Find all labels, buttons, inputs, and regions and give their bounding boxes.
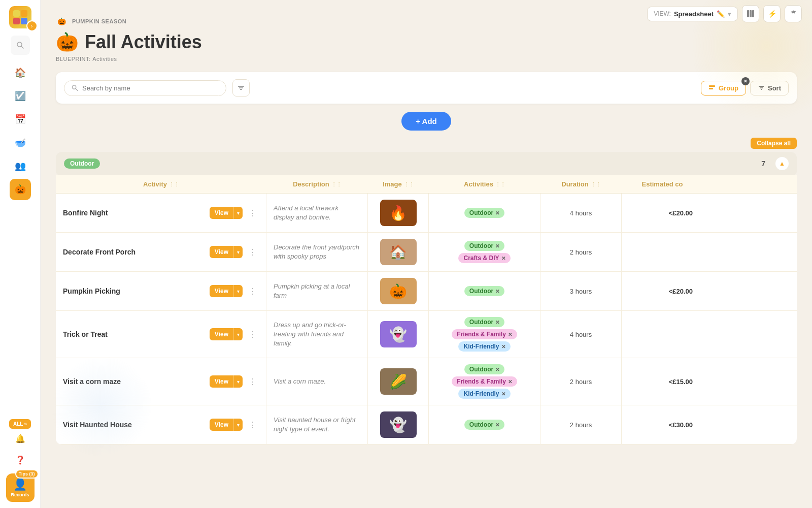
remove-tag-button[interactable]: ✕ — [495, 320, 499, 325]
records-button[interactable]: Tips (3) 👤 Records — [6, 473, 35, 502]
view-selector[interactable]: VIEW: Spreadsheet ✏️ ▾ — [647, 7, 738, 21]
view-dropdown-button[interactable]: ▾ — [233, 207, 243, 219]
columns-button[interactable] — [742, 5, 759, 22]
bell-button[interactable]: 🔔 — [11, 429, 30, 448]
activity-image: 👻 — [380, 411, 417, 438]
tag: Kid-Friendly✕ — [458, 389, 510, 399]
remove-tag-button[interactable]: ✕ — [495, 289, 499, 294]
description-cell: Visit haunted house or fright night type… — [266, 405, 368, 444]
sidebar-item-calendar[interactable]: 📅 — [10, 109, 31, 130]
remove-tag-button[interactable]: ✕ — [508, 332, 512, 337]
add-button[interactable]: + Add — [401, 112, 451, 131]
remove-tag-button[interactable]: ✕ — [501, 391, 505, 397]
search-button[interactable] — [11, 36, 30, 55]
group-chevron-button[interactable]: ▲ — [775, 157, 789, 170]
group-icon — [708, 84, 716, 91]
tag: Kid-Friendly✕ — [458, 341, 510, 352]
view-button[interactable]: View — [210, 285, 233, 297]
duration-cell: 2 hours — [540, 405, 622, 444]
sort-button[interactable]: Sort — [750, 81, 789, 96]
view-button[interactable]: View — [210, 207, 233, 219]
expand-sidebar-button[interactable]: › — [26, 20, 38, 31]
svg-rect-3 — [21, 18, 27, 24]
remove-tag-button[interactable]: ✕ — [495, 243, 499, 249]
group-button[interactable]: ✕ Group — [701, 81, 746, 96]
view-dropdown-button[interactable]: ▾ — [233, 285, 243, 297]
search-input[interactable] — [82, 84, 219, 92]
image-cell: 👻 — [368, 405, 429, 444]
activity-name: Visit Haunted House — [63, 421, 206, 429]
toolbar-right: ✕ Group Sort — [701, 81, 789, 96]
col-header-activities: Activities ⋮⋮ — [429, 180, 540, 188]
tag: Friends & Family✕ — [452, 376, 517, 387]
help-button[interactable]: ❓ — [11, 450, 30, 469]
table-row: Trick or Treat View ▾ ⋮ Dress up and go … — [56, 311, 797, 358]
sidebar-item-tasks[interactable]: ☑️ — [10, 85, 31, 107]
breadcrumb-icon: 🎃 — [56, 15, 68, 27]
sidebar-item-group[interactable]: 👥 — [10, 155, 31, 177]
view-btn-group: View ▾ — [210, 328, 243, 340]
remove-tag-button[interactable]: ✕ — [495, 210, 499, 216]
table-row: Bonfire Night View ▾ ⋮ Attend a local fi… — [56, 194, 797, 233]
tags-cell: Outdoor✕ — [429, 194, 540, 232]
sidebar-item-pumpkin[interactable]: 🎃 — [10, 179, 31, 200]
view-button[interactable]: View — [210, 375, 233, 388]
sidebar-item-bowl[interactable]: 🥣 — [10, 132, 31, 153]
cost-cell: <£20.00 — [622, 272, 703, 310]
activity-image: 🔥 — [380, 200, 417, 226]
row-menu-button[interactable]: ⋮ — [247, 328, 259, 341]
activity-image: 🏠 — [380, 239, 417, 265]
tag-label: Friends & Family — [457, 378, 506, 385]
remove-tag-button[interactable]: ✕ — [508, 379, 512, 385]
view-button[interactable]: View — [210, 246, 233, 258]
description-cell: Decorate the front yard/porch with spook… — [266, 233, 368, 271]
row-menu-button[interactable]: ⋮ — [247, 245, 259, 259]
remove-tag-button[interactable]: ✕ — [495, 422, 499, 428]
remove-tag-button[interactable]: ✕ — [495, 367, 499, 372]
duration-cell: 2 hours — [540, 358, 622, 405]
search-box[interactable] — [64, 80, 226, 96]
activity-name: Decorate Front Porch — [63, 248, 206, 256]
app-logo[interactable]: › — [9, 6, 31, 28]
col-header-cost: Estimated co — [622, 180, 703, 188]
tag-label: Kid-Friendly — [463, 390, 499, 397]
table-row: Visit Haunted House View ▾ ⋮ Visit haunt… — [56, 405, 797, 444]
settings-button[interactable] — [785, 5, 802, 22]
row-menu-button[interactable]: ⋮ — [247, 375, 259, 389]
tag: Outdoor✕ — [464, 241, 504, 251]
bolt-button[interactable]: ⚡ — [763, 5, 781, 22]
remove-tag-button[interactable]: ✕ — [501, 256, 505, 261]
close-group-icon[interactable]: ✕ — [741, 77, 750, 85]
row-menu-button[interactable]: ⋮ — [247, 418, 259, 432]
view-dropdown-button[interactable]: ▾ — [233, 246, 243, 258]
edit-icon: ✏️ — [717, 10, 725, 18]
col-sep-3: ⋮⋮ — [404, 181, 414, 187]
view-dropdown-button[interactable]: ▾ — [233, 328, 243, 340]
view-button[interactable]: View — [210, 419, 233, 431]
row-menu-button[interactable]: ⋮ — [247, 284, 259, 298]
image-cell: 🎃 — [368, 272, 429, 310]
remove-tag-button[interactable]: ✕ — [501, 344, 505, 350]
view-dropdown-button[interactable]: ▾ — [233, 419, 243, 431]
tags-cell: Outdoor✕Friends & Family✕Kid-Friendly✕ — [429, 358, 540, 405]
cost-cell: <£15.00 — [622, 358, 703, 405]
tag: Outdoor✕ — [464, 286, 504, 296]
view-button[interactable]: View — [210, 328, 233, 340]
view-btn-group: View ▾ — [210, 285, 243, 297]
view-dropdown-button[interactable]: ▾ — [233, 375, 243, 388]
view-btn-group: View ▾ — [210, 246, 243, 258]
view-btn-group: View ▾ — [210, 207, 243, 219]
all-badge[interactable]: ALL » — [9, 419, 31, 429]
activity-image: 🎃 — [380, 278, 417, 304]
col-header-image: Image ⋮⋮ — [368, 180, 429, 188]
row-menu-button[interactable]: ⋮ — [247, 206, 259, 220]
collapse-row: Collapse all — [56, 138, 797, 149]
activity-name: Pumpkin Picking — [63, 287, 206, 295]
svg-rect-8 — [752, 10, 754, 17]
tags-cell: Outdoor✕ — [429, 272, 540, 310]
tag-label: Crafts & DIY — [463, 255, 499, 262]
sidebar-item-home[interactable]: 🏠 — [10, 62, 31, 83]
activity-image: 🌽 — [380, 368, 417, 395]
filter-button[interactable] — [232, 79, 250, 97]
collapse-all-button[interactable]: Collapse all — [751, 138, 797, 149]
